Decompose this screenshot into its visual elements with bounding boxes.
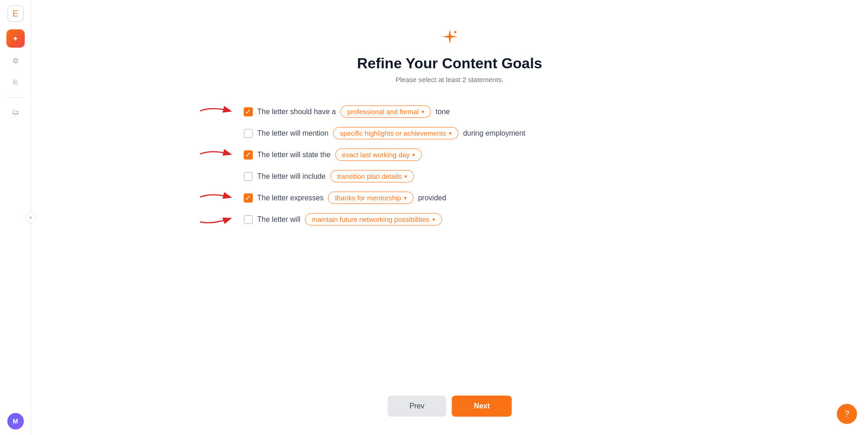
- sidebar-btn-webhook[interactable]: ⚙: [6, 51, 25, 70]
- chevron-down-icon: ▾: [404, 195, 407, 201]
- footer-actions: Prev Next: [388, 396, 512, 417]
- statement-suffix-mentorship: provided: [418, 194, 446, 202]
- arrow-mentorship: [198, 190, 235, 204]
- arrow-networking: [198, 212, 235, 226]
- statement-prefix-transition: The letter will include: [257, 172, 326, 181]
- statement-row-tone: ✓ The letter should have a professional …: [244, 105, 656, 118]
- arrow-tone: [198, 104, 235, 118]
- sidebar-btn-sparkle[interactable]: ✦: [6, 29, 25, 48]
- statement-prefix-tone: The letter should have a: [257, 108, 336, 116]
- dropdown-tone[interactable]: professional and formal ▾: [340, 105, 431, 118]
- statements-container: ✓ The letter should have a professional …: [244, 105, 656, 226]
- chevron-down-icon: ▾: [412, 152, 415, 158]
- checkbox-tone[interactable]: ✓: [244, 107, 253, 116]
- chevron-down-icon: ▾: [449, 130, 452, 137]
- statement-row-transition: The letter will include transition plan …: [244, 170, 656, 182]
- sidebar-divider: [6, 97, 25, 98]
- dropdown-highlights[interactable]: specific highlights or achievements ▾: [333, 127, 459, 139]
- statement-suffix-highlights: during employment: [463, 129, 525, 138]
- avatar: M: [7, 413, 24, 429]
- chevron-down-icon: ▾: [432, 216, 435, 223]
- checkbox-mentorship[interactable]: ✓: [244, 193, 253, 203]
- sidebar-collapse-button[interactable]: »: [25, 212, 36, 223]
- page-subtitle: Please select at least 2 statements.: [396, 76, 504, 83]
- arrow-lastday: [198, 147, 235, 161]
- support-button[interactable]: ?: [837, 404, 857, 424]
- statement-prefix-highlights: The letter will mention: [257, 129, 329, 138]
- checkbox-lastday[interactable]: ✓: [244, 150, 253, 160]
- statement-row-highlights: The letter will mention specific highlig…: [244, 127, 656, 139]
- support-icon: ?: [845, 409, 849, 419]
- page-title: Refine Your Content Goals: [357, 55, 542, 72]
- chevron-down-icon: ▾: [421, 109, 424, 115]
- app-logo: E: [7, 6, 24, 22]
- sidebar: E ✦ ⚙ ⎘ 🗂 » M: [0, 0, 31, 435]
- checkbox-transition[interactable]: [244, 172, 253, 181]
- dropdown-lastday[interactable]: exact last working day ▾: [335, 149, 422, 161]
- dropdown-transition[interactable]: transition plan details ▾: [330, 170, 414, 182]
- statement-row-mentorship: ✓ The letter expresses thanks for mentor…: [244, 192, 656, 204]
- dropdown-networking[interactable]: maintain future networking possibilities…: [305, 213, 442, 226]
- prev-button[interactable]: Prev: [388, 396, 447, 417]
- checkbox-highlights[interactable]: [244, 129, 253, 138]
- sidebar-btn-copy[interactable]: ⎘: [6, 73, 25, 92]
- chevron-down-icon: ▾: [404, 173, 407, 180]
- sidebar-btn-folder[interactable]: 🗂: [6, 103, 25, 121]
- statement-prefix-mentorship: The letter expresses: [257, 194, 324, 202]
- statement-prefix-networking: The letter will: [257, 215, 300, 224]
- statement-row-lastday: ✓ The letter will state the exact last w…: [244, 149, 656, 161]
- checkbox-networking[interactable]: [244, 215, 253, 224]
- sparkle-icon: [441, 28, 459, 50]
- statement-suffix-tone: tone: [436, 108, 450, 116]
- statement-prefix-lastday: The letter will state the: [257, 151, 331, 159]
- svg-point-0: [454, 31, 456, 33]
- dropdown-mentorship[interactable]: thanks for mentorship ▾: [328, 192, 413, 204]
- next-button[interactable]: Next: [452, 396, 512, 417]
- main-content: Refine Your Content Goals Please select …: [31, 0, 868, 435]
- statement-row-networking: The letter will maintain future networki…: [244, 213, 656, 226]
